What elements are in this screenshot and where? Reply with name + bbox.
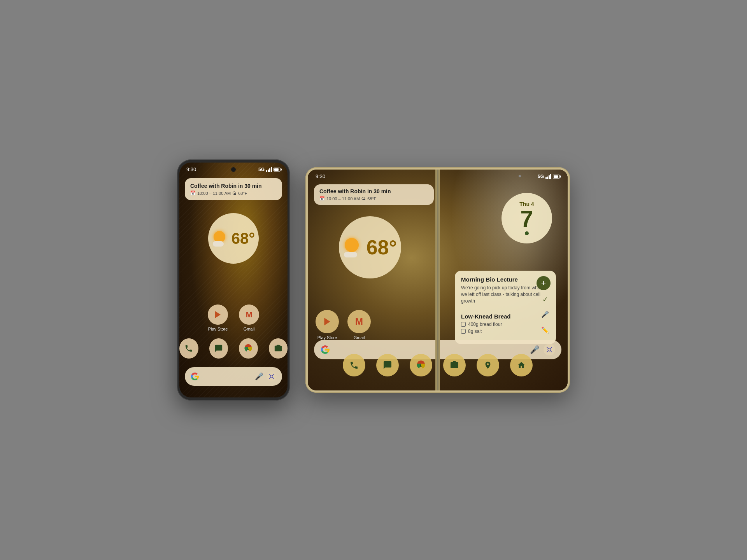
phone-time: 9:30 xyxy=(186,166,196,172)
tablet-device: 9:30 5G Coffee with Robin in 30 m xyxy=(305,167,570,393)
tablet-notification-title: Coffee with Robin in 30 min xyxy=(319,188,428,194)
tablet-hinge xyxy=(435,170,440,390)
tablet-sun-icon xyxy=(343,236,365,258)
play-store-app[interactable]: Play Store xyxy=(208,304,228,331)
notes-mic-button[interactable]: 🎤 xyxy=(540,309,551,320)
tablet-weather-widget[interactable]: 68° xyxy=(339,216,401,278)
phone-device: 9:30 5G Coffee with Robin in 30 m xyxy=(177,159,290,401)
tablet-signal-label: 5G xyxy=(538,174,544,179)
phone-search-bar[interactable]: 🎤 xyxy=(185,367,282,386)
gmail-app[interactable]: M Gmail xyxy=(239,304,259,331)
tablet-notification: Coffee with Robin in 30 min 📅 10:00 – 11… xyxy=(314,184,434,205)
phone-status-right: 5G xyxy=(258,167,281,172)
tablet-mic-icon[interactable]: 🎤 xyxy=(530,345,540,354)
tablet-notification-weather: 68°F xyxy=(367,196,376,201)
tablet-hinge-inner xyxy=(437,170,438,390)
calendar-event-dot xyxy=(525,231,529,235)
gmail-label: Gmail xyxy=(244,327,255,331)
phone-notification-time: 10:00 – 11:00 AM xyxy=(197,191,231,196)
phone-status-bar: 9:30 5G xyxy=(179,166,288,172)
tablet-notes-widget: + ✓ 🎤 ✏️ Morning Bio Lecture We're going… xyxy=(455,271,556,344)
tablet-camera-icon[interactable] xyxy=(443,354,466,376)
devices-container: 9:30 5G Coffee with Robin in 30 m xyxy=(177,159,570,401)
note-item-bread: Low-Knead Bread 400g bread flour 8g salt xyxy=(461,313,550,334)
play-store-label: Play Store xyxy=(208,327,228,331)
tablet-gmail-app[interactable]: M Gmail xyxy=(347,310,371,340)
phone-apps-row-1: Play Store M Gmail xyxy=(179,304,288,331)
tablet-time: 9:30 xyxy=(316,173,325,179)
calendar-date-number: 7 xyxy=(520,207,533,231)
tablet-temperature: 68° xyxy=(366,237,397,257)
tablet-gmail-label: Gmail xyxy=(354,335,365,340)
tablet-status-right: 5G xyxy=(538,174,560,179)
tablet-front-camera xyxy=(519,175,521,177)
tablet-calendar-icon: 📅 xyxy=(319,196,325,201)
note-bread-item-2: 8g salt xyxy=(461,329,550,334)
note-bread-item-2-text: 8g salt xyxy=(468,329,482,334)
phone-call-icon[interactable] xyxy=(179,338,198,359)
tablet-calendar-widget[interactable]: Thu 4 7 xyxy=(502,193,552,243)
phone-notification-weather: 68°F xyxy=(238,191,247,196)
gmail-icon: M xyxy=(239,304,259,325)
tablet-notification-sub: 📅 10:00 – 11:00 AM 🌤 68°F xyxy=(319,196,428,201)
notes-pencil-button[interactable]: ✏️ xyxy=(540,324,551,335)
notes-check-button[interactable]: ✓ xyxy=(540,294,551,305)
phone-screen: 9:30 5G Coffee with Robin in 30 m xyxy=(179,163,288,397)
tablet-maps-icon[interactable] xyxy=(477,354,499,376)
note-bread-item-1: 400g bread flour xyxy=(461,322,550,327)
tablet-screen: 9:30 5G Coffee with Robin in 30 m xyxy=(308,170,568,390)
phone-signal-label: 5G xyxy=(258,167,265,172)
tablet-apps-row-1: Play Store M Gmail xyxy=(316,310,371,340)
weather-content: 68° xyxy=(212,229,255,247)
phone-notification-title: Coffee with Robin in 30 min xyxy=(190,183,277,189)
phone-apps-row-2 xyxy=(179,338,288,359)
note-divider xyxy=(461,309,550,309)
microphone-icon[interactable]: 🎤 xyxy=(255,372,263,381)
svg-marker-0 xyxy=(215,311,221,318)
google-g-logo xyxy=(190,372,200,381)
svg-point-2 xyxy=(270,375,273,378)
tablet-weather-content: 68° xyxy=(343,236,397,258)
tablet-chat-icon[interactable] xyxy=(376,354,399,376)
calendar-icon: 📅 xyxy=(190,191,196,196)
google-lens-icon[interactable] xyxy=(267,371,277,382)
note-bio-body: We're going to pick up today from where … xyxy=(461,285,550,304)
svg-marker-3 xyxy=(324,318,330,326)
tablet-play-store-app[interactable]: Play Store xyxy=(316,310,339,340)
weather-icon: 🌤 xyxy=(232,191,237,196)
checkbox-salt[interactable] xyxy=(461,329,466,334)
tablet-play-store-icon xyxy=(316,310,339,333)
tablet-notification-time: 10:00 – 11:00 AM xyxy=(326,196,360,201)
sun-partly-cloudy-icon xyxy=(212,229,230,247)
note-bread-title: Low-Knead Bread xyxy=(461,313,550,320)
tablet-battery-icon xyxy=(553,175,560,178)
note-bread-item-1-text: 400g bread flour xyxy=(468,322,502,327)
svg-point-4 xyxy=(548,348,551,351)
chrome-icon[interactable] xyxy=(239,338,258,359)
tablet-play-store-label: Play Store xyxy=(317,335,337,340)
checkbox-flour[interactable] xyxy=(461,322,466,327)
signal-icon xyxy=(266,167,272,172)
phone-weather-widget[interactable]: 68° xyxy=(208,213,259,264)
tablet-home-icon[interactable] xyxy=(510,354,533,376)
tablet-chrome-icon[interactable] xyxy=(410,354,432,376)
tablet-google-g-logo xyxy=(320,345,330,355)
tablet-weather-icon: 🌤 xyxy=(361,196,366,201)
play-store-icon xyxy=(208,304,228,325)
note-item-bio: Morning Bio Lecture We're going to pick … xyxy=(461,276,550,304)
phone-notification: Coffee with Robin in 30 min 📅 10:00 – 11… xyxy=(185,178,282,200)
phone-notification-sub: 📅 10:00 – 11:00 AM 🌤 68°F xyxy=(190,191,277,196)
tablet-phone-icon[interactable] xyxy=(343,354,365,376)
tablet-gmail-icon: M xyxy=(347,310,371,333)
phone-temperature: 68° xyxy=(231,231,255,246)
battery-icon xyxy=(274,168,281,172)
notes-add-button[interactable]: + xyxy=(537,276,551,290)
tablet-signal-icon xyxy=(545,174,551,179)
camera-icon[interactable] xyxy=(269,338,288,359)
chat-icon[interactable] xyxy=(209,338,228,359)
